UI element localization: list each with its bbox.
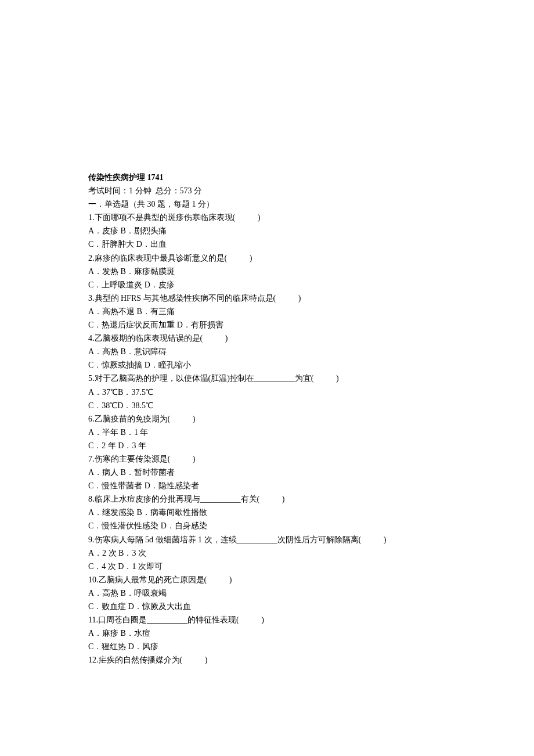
options-row-1: A．皮疹 B．剧烈头痛 xyxy=(88,224,446,237)
options-row-1: A．发热 B．麻疹黏膜斑 xyxy=(88,265,446,278)
question-text: 11.口周苍白圈是__________的特征性表现( ) xyxy=(88,613,446,627)
options-row-2: C．惊厥或抽搐 D．瞳孔缩小 xyxy=(88,358,446,372)
question-11: 11.口周苍白圈是__________的特征性表现( ) A．麻疹 B．水痘 C… xyxy=(88,613,446,653)
question-text: 3.典型的 HFRS 与其他感染性疾病不同的临床特点是( ) xyxy=(88,291,446,305)
options-row-1: A．高热 B．呼吸衰竭 xyxy=(88,586,446,600)
options-row-1: A．37℃B．37.5℃ xyxy=(88,386,446,399)
options-row-1: A．半年 B．1 年 xyxy=(88,426,446,439)
question-10: 10.乙脑病人最常见的死亡原因是( ) A．高热 B．呼吸衰竭 C．败血症 D．… xyxy=(88,573,446,613)
question-5: 5.对于乙脑高热的护理，以使体温(肛温)控制在__________为宜( ) A… xyxy=(88,372,446,412)
options-row-2: C．肝脾肿大 D．出血 xyxy=(88,237,446,251)
question-text: 12.疟疾的自然传播媒介为( ) xyxy=(88,653,446,667)
question-2: 2.麻疹的临床表现中最具诊断意义的是( ) A．发热 B．麻疹黏膜斑 C．上呼吸… xyxy=(88,251,446,291)
question-text: 1.下面哪项不是典型的斑疹伤寒临床表现( ) xyxy=(88,211,446,224)
options-row-1: A．继发感染 B．病毒间歇性播散 xyxy=(88,506,446,519)
question-12: 12.疟疾的自然传播媒介为( ) xyxy=(88,653,446,667)
options-row-2: C．猩红热 D．风疹 xyxy=(88,640,446,653)
question-1: 1.下面哪项不是典型的斑疹伤寒临床表现( ) A．皮疹 B．剧烈头痛 C．肝脾肿… xyxy=(88,211,446,251)
section-heading: 一．单选题（共 30 题，每题 1 分） xyxy=(88,197,446,211)
question-6: 6.乙脑疫苗的免疫期为( ) A．半年 B．1 年 C．2 年 D．3 年 xyxy=(88,412,446,452)
options-row-2: C．上呼吸道炎 D．皮疹 xyxy=(88,278,446,291)
options-row-1: A．高热不退 B．有三痛 xyxy=(88,305,446,318)
options-row-2: C．热退后症状反而加重 D．有肝损害 xyxy=(88,318,446,332)
document-title: 传染性疾病护理 1741 xyxy=(88,171,446,184)
question-text: 8.临床上水痘皮疹的分批再现与__________有关( ) xyxy=(88,492,446,506)
options-row-2: C．慢性潜伏性感染 D．自身感染 xyxy=(88,519,446,532)
question-text: 7.伤寒的主要传染源是( ) xyxy=(88,452,446,466)
options-row-1: A．麻疹 B．水痘 xyxy=(88,627,446,640)
question-text: 6.乙脑疫苗的免疫期为( ) xyxy=(88,412,446,426)
question-text: 4.乙脑极期的临床表现错误的是( ) xyxy=(88,332,446,345)
options-row-2: C．38℃D．38.5℃ xyxy=(88,399,446,412)
question-9: 9.伤寒病人每隔 5d 做细菌培养 1 次，连续__________次阴性后方可… xyxy=(88,533,446,573)
question-7: 7.伤寒的主要传染源是( ) A．病人 B．暂时带菌者 C．慢性带菌者 D．隐性… xyxy=(88,452,446,492)
question-4: 4.乙脑极期的临床表现错误的是( ) A．高热 B．意识障碍 C．惊厥或抽搐 D… xyxy=(88,332,446,372)
options-row-2: C．2 年 D．3 年 xyxy=(88,439,446,452)
options-row-2: C．慢性带菌者 D．隐性感染者 xyxy=(88,479,446,492)
options-row-2: C．败血症 D．惊厥及大出血 xyxy=(88,600,446,613)
question-text: 2.麻疹的临床表现中最具诊断意义的是( ) xyxy=(88,251,446,265)
question-text: 10.乙脑病人最常见的死亡原因是( ) xyxy=(88,573,446,586)
question-8: 8.临床上水痘皮疹的分批再现与__________有关( ) A．继发感染 B．… xyxy=(88,492,446,532)
question-text: 5.对于乙脑高热的护理，以使体温(肛温)控制在__________为宜( ) xyxy=(88,372,446,385)
exam-meta: 考试时间：1 分钟 总分：573 分 xyxy=(88,184,446,197)
question-text: 9.伤寒病人每隔 5d 做细菌培养 1 次，连续__________次阴性后方可… xyxy=(88,533,446,546)
options-row-1: A．2 次 B．3 次 xyxy=(88,546,446,560)
options-row-2: C．4 次 D．1 次即可 xyxy=(88,560,446,573)
question-3: 3.典型的 HFRS 与其他感染性疾病不同的临床特点是( ) A．高热不退 B．… xyxy=(88,291,446,332)
options-row-1: A．高热 B．意识障碍 xyxy=(88,345,446,358)
options-row-1: A．病人 B．暂时带菌者 xyxy=(88,466,446,479)
